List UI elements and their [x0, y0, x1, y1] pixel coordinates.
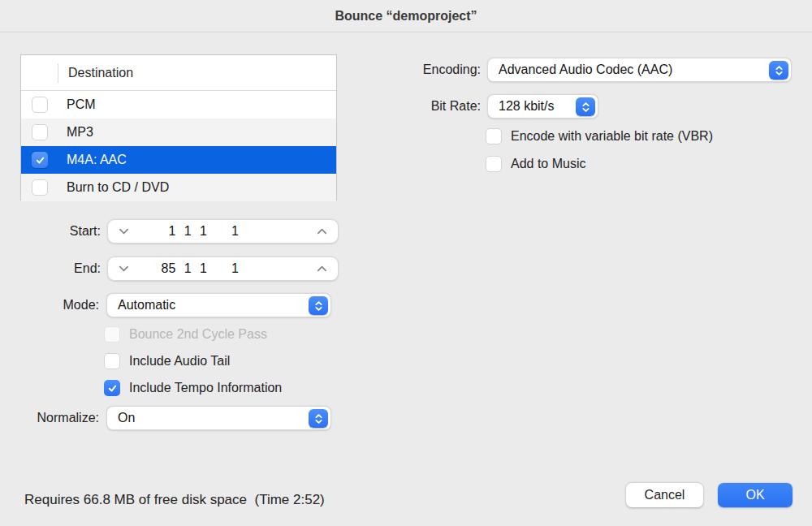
end-position-stepper[interactable]: 85 1 1 1 — [107, 257, 339, 281]
start-position-stepper[interactable]: 1 1 1 1 — [107, 219, 339, 244]
pcm-checkbox[interactable] — [32, 97, 48, 113]
destination-table-header: Destination — [21, 55, 336, 91]
end-bars-value[interactable]: 85 1 1 — [108, 257, 207, 280]
row-label: M4A: AAC — [67, 153, 127, 167]
mode-value: Automatic — [118, 294, 175, 317]
normalize-value: On — [118, 407, 135, 429]
mode-label: Mode: — [32, 293, 99, 317]
normalize-dropdown[interactable]: On — [106, 406, 331, 430]
destination-table: Destination PCM MP3 M4A: AAC Burn to CD … — [20, 54, 337, 200]
chevron-up-icon[interactable] — [316, 264, 328, 274]
table-row-mp3[interactable]: MP3 — [21, 119, 336, 146]
row-label: PCM — [67, 97, 96, 112]
bounce-2nd-cycle-pass-checkbox — [104, 326, 120, 343]
include-tempo-information-row[interactable]: Include Tempo Information — [104, 380, 282, 396]
table-row-m4a-aac[interactable]: M4A: AAC — [21, 146, 336, 174]
include-tempo-information-label: Include Tempo Information — [129, 380, 282, 396]
row-label: MP3 — [67, 125, 93, 140]
updown-chevron-icon[interactable] — [576, 97, 595, 116]
mp3-checkbox[interactable] — [32, 124, 48, 140]
include-audio-tail-label: Include Audio Tail — [129, 353, 230, 369]
bit-rate-value: 128 kbit/s — [499, 95, 554, 118]
title-bar: Bounce “demoproject” — [0, 0, 812, 32]
ok-button[interactable]: OK — [718, 483, 793, 507]
vbr-checkbox[interactable] — [486, 128, 502, 144]
dialog-title: Bounce “demoproject” — [335, 9, 477, 24]
start-tick-value[interactable]: 1 — [222, 220, 239, 243]
table-row-pcm[interactable]: PCM — [21, 91, 336, 119]
updown-chevron-icon[interactable] — [309, 409, 328, 428]
updown-chevron-icon[interactable] — [769, 61, 788, 80]
start-bars-value[interactable]: 1 1 1 — [108, 220, 207, 243]
add-to-music-checkbox-row[interactable]: Add to Music — [486, 156, 585, 172]
encoding-value: Advanced Audio Codec (AAC) — [499, 58, 672, 81]
row-label: Burn to CD / DVD — [67, 180, 169, 195]
add-to-music-label: Add to Music — [511, 156, 585, 172]
disk-space-status: Requires 66.8 MB of free disk space (Tim… — [24, 492, 325, 508]
updown-chevron-icon[interactable] — [309, 296, 328, 315]
chevron-up-icon[interactable] — [316, 226, 328, 236]
end-tick-value[interactable]: 1 — [222, 257, 239, 280]
start-label: Start: — [32, 219, 101, 244]
bounce-2nd-cycle-pass-label: Bounce 2nd Cycle Pass — [129, 326, 267, 343]
destination-column-header: Destination — [68, 66, 133, 80]
normalize-label: Normalize: — [15, 406, 99, 430]
end-label: End: — [32, 257, 101, 281]
table-row-burn-cd-dvd[interactable]: Burn to CD / DVD — [21, 174, 336, 201]
include-tempo-information-checkbox[interactable] — [104, 380, 120, 396]
mode-dropdown[interactable]: Automatic — [106, 293, 331, 317]
burn-cd-checkbox[interactable] — [32, 179, 48, 196]
bounce-2nd-cycle-pass-row: Bounce 2nd Cycle Pass — [104, 326, 267, 343]
vbr-label: Encode with variable bit rate (VBR) — [511, 128, 713, 144]
checkmark-icon — [35, 155, 45, 166]
checkmark-icon — [107, 383, 118, 394]
add-to-music-checkbox[interactable] — [486, 156, 502, 172]
cancel-button[interactable]: Cancel — [626, 483, 703, 507]
bit-rate-dropdown[interactable]: 128 kbit/s — [487, 94, 598, 119]
vbr-checkbox-row[interactable]: Encode with variable bit rate (VBR) — [486, 128, 713, 144]
m4a-checkbox[interactable] — [32, 152, 48, 168]
encoding-dropdown[interactable]: Advanced Audio Codec (AAC) — [487, 58, 792, 82]
include-audio-tail-row[interactable]: Include Audio Tail — [104, 353, 230, 369]
bit-rate-label: Bit Rate: — [341, 94, 481, 119]
column-divider — [58, 63, 58, 83]
include-audio-tail-checkbox[interactable] — [104, 353, 120, 369]
encoding-label: Encoding: — [341, 58, 481, 82]
bounce-dialog: { "window": { "title": "Bounce “demoproj… — [0, 0, 812, 526]
